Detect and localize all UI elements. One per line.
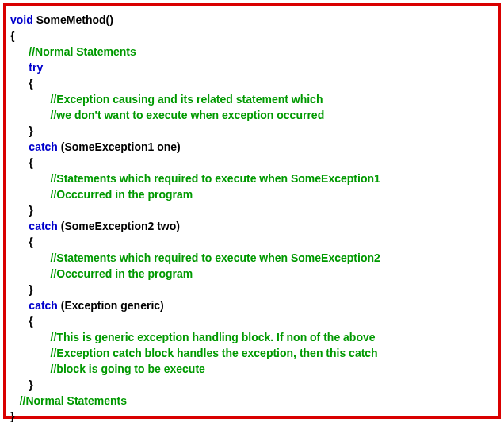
keyword-try: try	[29, 61, 43, 74]
keyword-catch: catch	[29, 299, 58, 312]
comment: //Occcurred in the program	[51, 267, 193, 280]
catch1-signature: (SomeException1 one)	[58, 140, 181, 153]
brace: {	[10, 29, 14, 42]
catch2-signature: (SomeException2 two)	[58, 220, 180, 232]
brace: }	[29, 125, 32, 137]
comment: //we don't want to execute when exceptio…	[51, 109, 325, 121]
comment: //Exception catch block handles the exce…	[51, 347, 378, 359]
comment: //Statements which required to execute w…	[51, 251, 380, 264]
brace: }	[29, 378, 32, 391]
keyword-catch: catch	[29, 220, 58, 232]
comment: //Exception causing and its related stat…	[51, 93, 323, 106]
keyword-catch: catch	[29, 140, 58, 153]
brace: {	[29, 315, 32, 328]
brace: {	[29, 236, 32, 248]
page: void SomeMethod() { //Normal Statements …	[0, 0, 504, 422]
comment: //This is generic exception handling blo…	[51, 331, 376, 343]
brace: {	[29, 156, 32, 169]
keyword-void: void	[10, 13, 33, 26]
brace: {	[29, 77, 32, 90]
catch3-signature: (Exception generic)	[58, 299, 164, 312]
code-block: void SomeMethod() { //Normal Statements …	[10, 12, 494, 422]
comment: //Statements which required to execute w…	[51, 172, 380, 185]
comment: //Normal Statements	[20, 394, 127, 407]
comment: //block is going to be execute	[51, 363, 205, 375]
brace: }	[29, 283, 32, 296]
code-frame: void SomeMethod() { //Normal Statements …	[3, 3, 501, 419]
comment: //Normal Statements	[29, 45, 136, 58]
brace: }	[10, 410, 14, 422]
method-signature: SomeMethod()	[33, 13, 113, 26]
brace: }	[29, 204, 32, 217]
comment: //Occcurred in the program	[51, 188, 193, 201]
